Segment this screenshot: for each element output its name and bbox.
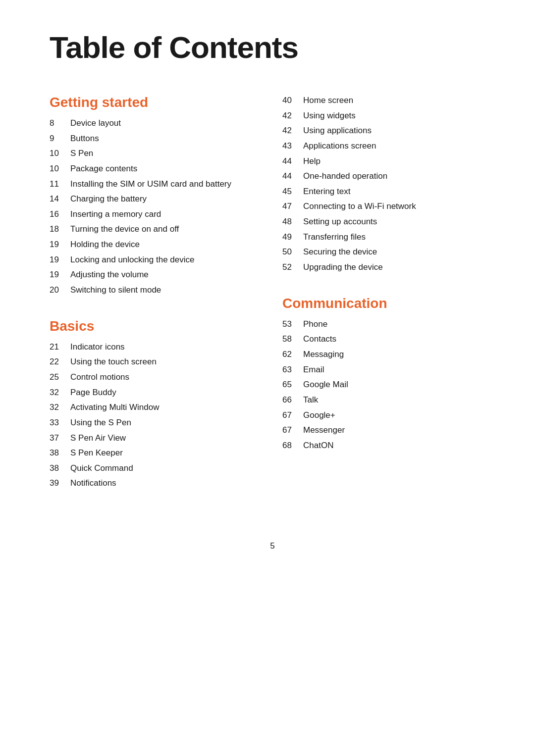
list-item: 42Using applications	[282, 125, 495, 137]
toc-label: Using the S Pen	[70, 417, 131, 429]
toc-number: 47	[282, 201, 303, 213]
section-basics: Basics 21Indicator icons22Using the touc…	[50, 318, 253, 490]
list-item: 67Messenger	[282, 424, 495, 437]
toc-label: Activating Multi Window	[70, 402, 160, 414]
toc-number: 19	[50, 239, 70, 251]
list-item: 43Applications screen	[282, 140, 495, 152]
section-communication: Communication 53Phone58Contacts62Messagi…	[282, 296, 495, 452]
toc-number: 50	[282, 246, 303, 258]
list-item: 19Holding the device	[50, 239, 253, 251]
list-item: 58Contacts	[282, 333, 495, 346]
list-item: 19Adjusting the volume	[50, 269, 253, 281]
section-title-basics: Basics	[50, 318, 253, 334]
toc-label: Google+	[303, 409, 335, 422]
toc-label: Home screen	[303, 95, 353, 107]
toc-label: Holding the device	[70, 239, 140, 251]
toc-label: Messenger	[303, 424, 345, 437]
toc-label: Control motions	[70, 371, 129, 384]
toc-number: 63	[282, 364, 303, 376]
getting-started-list: 8Device layout9Buttons10S Pen10Package c…	[50, 117, 253, 297]
toc-label: Turning the device on and off	[70, 223, 179, 236]
toc-number: 67	[282, 424, 303, 437]
toc-number: 10	[50, 163, 70, 175]
toc-label: Inserting a memory card	[70, 208, 161, 221]
toc-number: 48	[282, 216, 303, 228]
list-item: 50Securing the device	[282, 246, 495, 258]
list-item: 20Switching to silent mode	[50, 284, 253, 297]
list-item: 67Google+	[282, 409, 495, 422]
toc-number: 38	[50, 447, 70, 459]
toc-number: 33	[50, 417, 70, 429]
list-item: 18Turning the device on and off	[50, 223, 253, 236]
toc-number: 43	[282, 140, 303, 152]
list-item: 11Installing the SIM or USIM card and ba…	[50, 178, 253, 191]
toc-number: 68	[282, 440, 303, 452]
toc-number: 65	[282, 379, 303, 391]
toc-number: 49	[282, 231, 303, 244]
toc-label: S Pen Keeper	[70, 447, 123, 459]
section-title-communication: Communication	[282, 296, 495, 311]
toc-number: 38	[50, 462, 70, 475]
list-item: 16Inserting a memory card	[50, 208, 253, 221]
toc-number: 58	[282, 333, 303, 346]
list-item: 66Talk	[282, 394, 495, 406]
toc-label: Device layout	[70, 117, 121, 130]
toc-number: 8	[50, 117, 70, 130]
list-item: 38S Pen Keeper	[50, 447, 253, 459]
list-item: 65Google Mail	[282, 379, 495, 391]
toc-label: Help	[303, 155, 321, 168]
toc-label: Using the touch screen	[70, 356, 157, 368]
toc-label: Using widgets	[303, 110, 356, 122]
toc-label: Applications screen	[303, 140, 376, 152]
toc-label: Charging the battery	[70, 193, 147, 205]
toc-label: One-handed operation	[303, 170, 387, 183]
toc-label: Using applications	[303, 125, 372, 137]
toc-label: Connecting to a Wi-Fi network	[303, 201, 416, 213]
toc-number: 40	[282, 95, 303, 107]
toc-label: Package contents	[70, 163, 137, 175]
list-item: 21Indicator icons	[50, 341, 253, 353]
toc-label: Entering text	[303, 186, 350, 198]
toc-number: 9	[50, 133, 70, 145]
list-item: 68ChatON	[282, 440, 495, 452]
list-item: 44Help	[282, 155, 495, 168]
list-item: 53Phone	[282, 318, 495, 331]
list-item: 8Device layout	[50, 117, 253, 130]
toc-label: Notifications	[70, 477, 116, 490]
list-item: 52Upgrading the device	[282, 261, 495, 274]
list-item: 47Connecting to a Wi-Fi network	[282, 201, 495, 213]
toc-label: Setting up accounts	[303, 216, 377, 228]
list-item: 22Using the touch screen	[50, 356, 253, 368]
toc-label: S Pen Air View	[70, 432, 126, 445]
list-item: 63Email	[282, 364, 495, 376]
list-item: 33Using the S Pen	[50, 417, 253, 429]
toc-number: 20	[50, 284, 70, 297]
toc-label: Page Buddy	[70, 387, 116, 399]
toc-label: Upgrading the device	[303, 261, 383, 274]
list-item: 10Package contents	[50, 163, 253, 175]
list-item: 44One-handed operation	[282, 170, 495, 183]
list-item: 49Transferring files	[282, 231, 495, 244]
toc-number: 19	[50, 254, 70, 266]
toc-number: 67	[282, 409, 303, 422]
toc-number: 66	[282, 394, 303, 406]
toc-label: S Pen	[70, 148, 93, 160]
toc-label: Email	[303, 364, 324, 376]
toc-number: 14	[50, 193, 70, 205]
toc-number: 39	[50, 477, 70, 490]
toc-number: 18	[50, 223, 70, 236]
page-number: 5	[50, 541, 495, 551]
list-item: 48Setting up accounts	[282, 216, 495, 228]
toc-number: 62	[282, 349, 303, 361]
toc-label: Contacts	[303, 333, 336, 346]
toc-number: 45	[282, 186, 303, 198]
basics-list: 21Indicator icons22Using the touch scree…	[50, 341, 253, 490]
toc-label: Google Mail	[303, 379, 348, 391]
toc-number: 44	[282, 155, 303, 168]
toc-label: Messaging	[303, 349, 344, 361]
list-item: 32Activating Multi Window	[50, 402, 253, 414]
list-item: 37S Pen Air View	[50, 432, 253, 445]
list-item: 19Locking and unlocking the device	[50, 254, 253, 266]
toc-number: 42	[282, 110, 303, 122]
toc-number: 21	[50, 341, 70, 353]
